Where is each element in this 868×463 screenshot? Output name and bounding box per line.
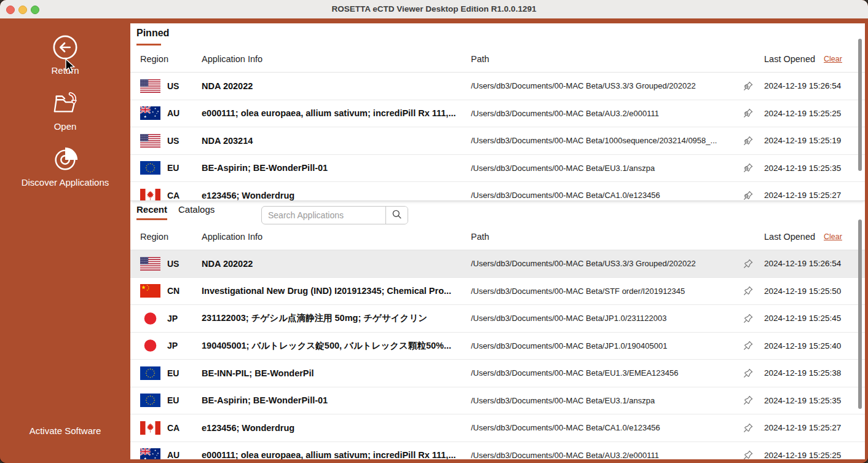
flag-jp-icon <box>140 339 160 352</box>
region-cell: CA <box>140 189 202 200</box>
application-info: 231122003; チゲシル点滴静注用 50mg; チゲサイクリン <box>202 312 471 324</box>
table-row[interactable]: CN Investigational New Drug (IND) I20191… <box>130 278 865 306</box>
pin-button[interactable] <box>742 339 764 352</box>
pin-button[interactable] <box>742 449 764 459</box>
last-opened-timestamp: 2024-12-19 15:25:25 <box>764 109 865 118</box>
column-header-path: Path <box>471 54 742 64</box>
activate-software-button[interactable]: Activate Software <box>0 425 130 436</box>
search-applications-input[interactable] <box>262 207 385 224</box>
region-cell: JP <box>140 339 202 352</box>
table-row[interactable]: JP 231122003; チゲシル点滴静注用 50mg; チゲサイクリン /U… <box>130 305 865 333</box>
application-path: /Users/db3/Documents/00-MAC Beta/1000seq… <box>471 136 742 145</box>
recent-scrollbar-thumb[interactable] <box>858 220 862 409</box>
title-bar: ROSETTA eCTD Viewer Desktop Edition R1.0… <box>0 0 868 19</box>
tab-catalogs[interactable]: Catalogs <box>178 204 215 218</box>
pinned-scrollbar-thumb[interactable] <box>858 39 862 171</box>
application-path: /Users/db3/Documents/00-MAC Beta/EU3.1/a… <box>471 164 742 173</box>
pin-button[interactable] <box>742 367 764 379</box>
open-folder-icon <box>51 89 79 117</box>
application-path: /Users/db3/Documents/00-MAC Beta/AU3.2/e… <box>471 109 742 118</box>
application-path: /Users/db3/Documents/00-MAC Beta/CA1.0/e… <box>471 423 742 432</box>
last-opened-timestamp: 2024-12-19 15:25:19 <box>764 136 865 145</box>
table-row[interactable]: JP 190405001; バルトレックス錠500, バルトレックス顆粒50%.… <box>130 333 865 360</box>
pinned-section-title: Pinned <box>136 28 865 39</box>
region-code: EU <box>167 395 179 405</box>
region-code: CN <box>167 286 180 296</box>
application-info: Investigational New Drug (IND) I20191234… <box>202 286 471 296</box>
region-code: CA <box>167 191 180 200</box>
pin-button[interactable] <box>742 312 764 325</box>
table-row[interactable]: EU BE-Aspirin; BE-WonderPill-01 /Users/d… <box>130 155 865 183</box>
flag-au-icon <box>140 106 160 120</box>
region-code: AU <box>167 450 180 459</box>
clear-recent-button[interactable]: Clear <box>824 232 842 241</box>
region-cell: EU <box>140 394 202 407</box>
application-info: NDA 202022 <box>202 81 471 91</box>
unpin-button[interactable] <box>742 135 764 147</box>
application-info: e123456; Wonderdrug <box>202 423 471 433</box>
sidebar-item-open[interactable]: Open <box>51 89 79 132</box>
search-button[interactable] <box>385 207 408 224</box>
region-cell: US <box>140 79 202 93</box>
unpin-button[interactable] <box>742 189 764 200</box>
flag-us-icon <box>140 257 160 271</box>
recent-table-header: Region Application Info Path Last Opened… <box>130 223 865 250</box>
pinned-row-list: US NDA 202022 /Users/db3/Documents/00-MA… <box>130 73 865 200</box>
clear-pinned-button[interactable]: Clear <box>824 55 842 63</box>
application-path: /Users/db3/Documents/00-MAC Beta/CA1.0/e… <box>471 191 742 200</box>
discover-radar-icon <box>51 145 79 173</box>
search-applications-box <box>261 206 408 224</box>
unpin-button[interactable] <box>742 107 764 119</box>
content-panel: Pinned Region Application Info Path Last… <box>130 23 865 459</box>
table-row[interactable]: AU e000111; olea europaea, allium sativu… <box>130 100 865 128</box>
region-code: EU <box>167 368 179 378</box>
last-opened-timestamp: 2024-12-19 15:25:35 <box>764 396 865 405</box>
application-info: NDA 203214 <box>202 136 471 146</box>
last-opened-timestamp: 2024-12-19 15:25:50 <box>764 287 865 296</box>
tabs-row: Recent Catalogs <box>130 204 865 223</box>
flag-jp-icon <box>140 312 160 325</box>
region-cell: EU <box>140 161 202 175</box>
sidebar-item-label: Return <box>51 65 79 76</box>
recent-section: Recent Catalogs <box>130 200 865 459</box>
region-code: CA <box>167 423 180 433</box>
recent-row-list: US NDA 202022 /Users/db3/Documents/00-MA… <box>130 250 865 459</box>
table-row[interactable]: EU BE-INN-PIL; BE-WonderPil /Users/db3/D… <box>130 360 865 387</box>
region-code: EU <box>167 163 179 173</box>
search-icon <box>391 208 403 223</box>
sidebar: Return Open <box>0 18 130 463</box>
region-cell: AU <box>140 448 202 459</box>
last-opened-timestamp: 2024-12-19 15:26:54 <box>764 81 865 90</box>
pin-button[interactable] <box>742 422 764 434</box>
flag-us-icon <box>140 79 160 93</box>
application-info: BE-INN-PIL; BE-WonderPil <box>202 368 471 378</box>
pin-button[interactable] <box>742 285 764 297</box>
region-code: US <box>167 259 179 269</box>
sidebar-item-return[interactable]: Return <box>51 33 79 76</box>
table-row[interactable]: EU BE-Aspirin; BE-WonderPill-01 /Users/d… <box>130 387 865 415</box>
pin-button[interactable] <box>742 258 764 270</box>
application-info: NDA 202022 <box>202 259 471 269</box>
region-code: JP <box>167 341 178 350</box>
table-row[interactable]: CA e123456; Wonderdrug /Users/db3/Docume… <box>130 414 865 442</box>
last-opened-timestamp: 2024-12-19 15:25:45 <box>764 314 865 323</box>
table-row[interactable]: US NDA 203214 /Users/db3/Documents/00-MA… <box>130 127 865 155</box>
table-row[interactable]: US NDA 202022 /Users/db3/Documents/00-MA… <box>130 73 865 100</box>
application-path: /Users/db3/Documents/00-MAC Beta/US3.3/3… <box>471 81 742 90</box>
last-opened-timestamp: 2024-12-19 15:25:25 <box>764 451 865 459</box>
unpin-button[interactable] <box>742 162 764 174</box>
table-row[interactable]: CA e123456; Wonderdrug /Users/db3/Docume… <box>130 182 865 200</box>
region-cell: JP <box>140 312 202 325</box>
sidebar-item-discover[interactable]: Discover Applications <box>22 145 109 188</box>
application-path: /Users/db3/Documents/00-MAC Beta/EU3.1/a… <box>471 396 742 405</box>
region-cell: EU <box>140 366 202 380</box>
table-row[interactable]: AU e000111; olea europaea, allium sativu… <box>130 442 865 460</box>
table-row[interactable]: US NDA 202022 /Users/db3/Documents/00-MA… <box>130 250 865 278</box>
last-opened-timestamp: 2024-12-19 15:25:38 <box>764 368 865 378</box>
last-opened-timestamp: 2024-12-19 15:25:40 <box>764 341 865 350</box>
tab-recent[interactable]: Recent <box>136 204 167 218</box>
pinned-table-header: Region Application Info Path Last Opened… <box>130 46 865 73</box>
pin-button[interactable] <box>742 394 764 406</box>
column-header-region: Region <box>140 54 202 64</box>
unpin-button[interactable] <box>742 80 764 92</box>
